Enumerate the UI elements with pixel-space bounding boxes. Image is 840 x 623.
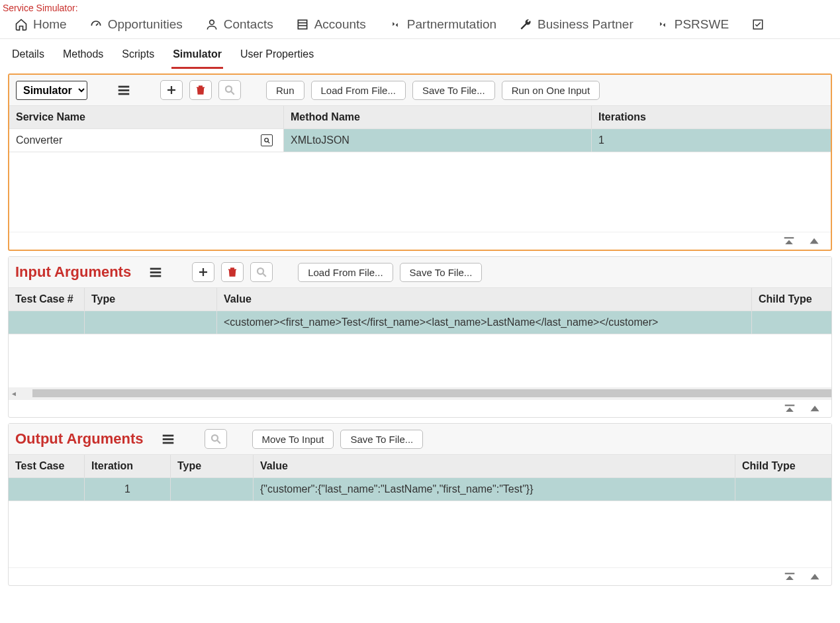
menu-icon[interactable] <box>157 429 179 449</box>
run-on-one-input-button[interactable]: Run on One Input <box>502 81 600 100</box>
svg-point-12 <box>264 138 268 142</box>
tab-methods[interactable]: Methods <box>62 46 105 69</box>
scroll-left-icon[interactable]: ◄ <box>9 390 19 397</box>
svg-rect-14 <box>784 237 794 238</box>
delete-button[interactable] <box>189 80 212 100</box>
collapse-up-icon[interactable] <box>807 235 821 247</box>
cell-service-name[interactable]: Converter <box>9 129 284 152</box>
add-button[interactable] <box>192 262 214 282</box>
svg-rect-32 <box>785 573 795 574</box>
secondary-tabs: Details Methods Scripts Simulator User P… <box>0 39 840 70</box>
nav-business-partner[interactable]: Business Partner <box>519 17 633 32</box>
cell-value[interactable]: <customer><first_name>Test</first_name><… <box>217 311 752 334</box>
simulator-dropdown[interactable]: Simulator <box>16 81 87 100</box>
nav-label: Home <box>33 17 67 32</box>
delete-button[interactable] <box>221 262 244 282</box>
cell-method-name[interactable]: XMLtoJSON <box>284 129 592 152</box>
cell-testcase[interactable] <box>9 311 85 334</box>
collapse-top-icon[interactable] <box>782 571 797 583</box>
nav-label: Opportunities <box>108 17 183 32</box>
save-to-file-button[interactable]: Save To File... <box>340 430 423 449</box>
nav-contacts[interactable]: Contacts <box>205 17 273 32</box>
search-button[interactable] <box>205 429 227 449</box>
nav-accounts[interactable]: Accounts <box>296 17 366 32</box>
svg-rect-24 <box>785 405 795 406</box>
input-arguments-panel: Input Arguments Load From File... Save T… <box>8 256 832 418</box>
simulator-grid-header: Service Name Method Name Iterations <box>9 106 831 129</box>
save-to-file-button[interactable]: Save To File... <box>400 263 483 282</box>
col-testcase[interactable]: Test Case <box>9 455 85 477</box>
svg-point-22 <box>257 268 263 274</box>
person-icon <box>205 18 218 31</box>
input-grid-header: Test Case # Type Value Child Type <box>9 288 831 311</box>
simulator-panel: Simulator Run Load From File... Save To … <box>8 73 832 251</box>
tab-details[interactable]: Details <box>11 46 46 69</box>
simulator-row[interactable]: Converter XMLtoJSON 1 <box>9 129 831 152</box>
load-from-file-button[interactable]: Load From File... <box>311 81 406 100</box>
horizontal-scrollbar[interactable]: ◄ <box>9 387 831 399</box>
col-iteration[interactable]: Iteration <box>85 455 171 477</box>
input-body-empty <box>9 334 831 387</box>
simulator-footer <box>9 232 831 250</box>
collapse-up-icon[interactable] <box>808 403 822 414</box>
collapse-top-icon[interactable] <box>782 403 797 414</box>
scroll-thumb[interactable] <box>32 389 831 397</box>
output-title: Output Arguments <box>15 430 144 448</box>
lookup-icon[interactable] <box>261 134 273 146</box>
col-method-name[interactable]: Method Name <box>284 106 592 128</box>
output-body-empty <box>9 501 831 567</box>
collapse-up-icon[interactable] <box>808 571 822 583</box>
nav-psrswe[interactable]: PSRSWE <box>656 17 729 32</box>
tab-scripts[interactable]: Scripts <box>120 46 156 69</box>
nav-label: PSRSWE <box>675 17 729 32</box>
col-service-name[interactable]: Service Name <box>9 106 284 128</box>
tab-user-properties[interactable]: User Properties <box>239 46 315 69</box>
cell-iterations[interactable]: 1 <box>592 129 831 152</box>
cell-iteration[interactable]: 1 <box>85 478 171 501</box>
col-value[interactable]: Value <box>254 455 735 477</box>
col-child-type[interactable]: Child Type <box>752 288 831 311</box>
swap-icon <box>389 18 402 31</box>
cell-type[interactable] <box>171 478 254 501</box>
nav-label: Accounts <box>314 17 366 32</box>
search-button[interactable] <box>218 80 241 100</box>
search-button[interactable] <box>250 262 273 282</box>
output-row[interactable]: 1 {"customer":{"last_name":"LastName","f… <box>9 478 831 501</box>
cell-child-type[interactable] <box>735 478 831 501</box>
col-testcase[interactable]: Test Case # <box>9 288 85 311</box>
nav-more[interactable] <box>751 18 765 31</box>
svg-rect-18 <box>150 271 162 273</box>
svg-rect-1 <box>298 20 306 28</box>
save-to-file-button[interactable]: Save To File... <box>412 81 495 100</box>
output-grid-header: Test Case Iteration Type Value Child Typ… <box>9 455 831 478</box>
svg-point-0 <box>209 20 214 24</box>
breadcrumb: Service Simulator: <box>0 0 840 15</box>
collapse-top-icon[interactable] <box>782 235 796 247</box>
input-row[interactable]: <customer><first_name>Test</first_name><… <box>9 311 831 334</box>
tab-simulator[interactable]: Simulator <box>171 46 223 69</box>
add-button[interactable] <box>160 80 183 100</box>
col-value[interactable]: Value <box>217 288 752 311</box>
col-child-type[interactable]: Child Type <box>735 455 831 477</box>
home-icon <box>15 18 28 31</box>
col-type[interactable]: Type <box>171 455 254 477</box>
run-button[interactable]: Run <box>266 81 304 100</box>
cell-value[interactable]: {"customer":{"last_name":"LastName","fir… <box>254 478 735 501</box>
svg-marker-16 <box>810 238 818 244</box>
col-type[interactable]: Type <box>85 288 217 311</box>
top-navigation: Home Opportunities Contacts Accounts Par… <box>0 15 840 39</box>
simulator-body-empty <box>9 152 831 232</box>
menu-icon[interactable] <box>144 262 167 282</box>
cell-testcase[interactable] <box>9 478 85 501</box>
cell-child-type[interactable] <box>752 311 831 334</box>
col-iterations[interactable]: Iterations <box>592 106 831 128</box>
nav-opportunities[interactable]: Opportunities <box>89 17 183 32</box>
menu-icon[interactable] <box>113 80 135 100</box>
nav-home[interactable]: Home <box>15 17 67 32</box>
svg-point-30 <box>212 435 218 441</box>
output-arguments-panel: Output Arguments Move To Input Save To F… <box>8 423 832 586</box>
nav-partnermutation[interactable]: Partnermutation <box>389 17 496 32</box>
cell-type[interactable] <box>85 311 217 334</box>
move-to-input-button[interactable]: Move To Input <box>252 430 334 449</box>
load-from-file-button[interactable]: Load From File... <box>298 263 393 282</box>
